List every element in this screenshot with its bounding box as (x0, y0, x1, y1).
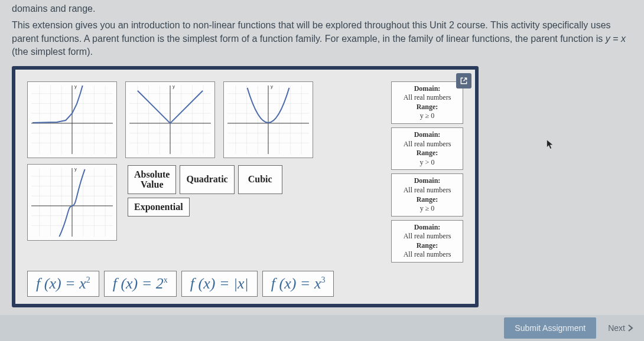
equation-tile-exp[interactable]: f (x) = 2x (104, 271, 177, 297)
next-label: Next (608, 323, 625, 333)
tile-absolute-value[interactable]: Absolute Value (128, 165, 176, 194)
dr1-domain-label: Domain: (393, 84, 461, 94)
svg-text:y: y (271, 83, 273, 88)
dr2-domain-label: Domain: (393, 130, 461, 140)
chevron-right-icon (627, 324, 633, 332)
dr3-domain-val: All real numbers (393, 186, 461, 195)
graph-absolute-value[interactable]: y (125, 81, 215, 158)
open-external-icon (460, 77, 468, 85)
dr3-domain-label: Domain: (393, 176, 461, 186)
partial-line: domains and range. (12, 2, 632, 19)
paragraph-equation: y = x (606, 34, 626, 44)
dr1-range-val: y ≥ 0 (393, 112, 461, 121)
dr3-range-val: y ≥ 0 (393, 204, 461, 214)
eq4-sup: 3 (321, 276, 325, 284)
expand-button[interactable] (456, 73, 471, 88)
dr2-range-label: Range: (393, 149, 461, 158)
next-button[interactable]: Next (608, 323, 633, 333)
dr3-range-label: Range: (393, 195, 461, 205)
dr4-range-val: All real numbers (393, 250, 461, 260)
graph-exponential[interactable]: y (27, 81, 117, 158)
dr4-range-label: Range: (393, 241, 461, 251)
domain-range-box-2[interactable]: Domain: All real numbers Range: y > 0 (391, 127, 463, 170)
tile-exponential[interactable]: Exponential (128, 198, 190, 217)
eq4-text: f (x) = x (271, 275, 321, 292)
footer-bar: Submit Assignment Next (0, 315, 644, 341)
tile-absolute-l1: Absolute (134, 169, 170, 180)
equation-tile-cubic[interactable]: f (x) = x3 (262, 271, 334, 297)
eq2-text: f (x) = 2 (113, 275, 164, 292)
domain-range-box-4[interactable]: Domain: All real numbers Range: All real… (391, 220, 463, 263)
eq1-sup: 2 (86, 276, 90, 284)
equation-tile-abs[interactable]: f (x) = |x| (181, 271, 258, 297)
eq1-text: f (x) = x (36, 275, 86, 292)
domain-range-box-3[interactable]: Domain: All real numbers Range: y ≥ 0 (391, 173, 463, 216)
tile-cubic[interactable]: Cubic (238, 165, 282, 194)
dr1-domain-val: All real numbers (393, 93, 461, 103)
dr4-domain-label: Domain: (393, 223, 461, 232)
eq2-sup: x (164, 276, 168, 284)
submit-assignment-button[interactable]: Submit Assignment (504, 317, 596, 339)
cursor-icon (546, 139, 555, 153)
dr2-range-val: y > 0 (393, 158, 461, 168)
graph-quadratic[interactable]: y (223, 81, 313, 158)
domain-range-box-1[interactable]: Domain: All real numbers Range: y ≥ 0 (391, 81, 463, 124)
svg-text:y: y (173, 83, 175, 88)
dr1-range-label: Range: (393, 103, 461, 112)
svg-text:y: y (74, 83, 77, 88)
paragraph-part1: This extension gives you an introduction… (12, 20, 611, 43)
paragraph-part2: (the simplest form). (12, 47, 93, 57)
intro-text: domains and range. This extension gives … (0, 0, 644, 64)
equation-tile-squared[interactable]: f (x) = x2 (27, 271, 99, 297)
svg-text:y: y (74, 166, 77, 171)
graph-cubic[interactable]: y (27, 164, 117, 241)
dr4-domain-val: All real numbers (393, 232, 461, 241)
tile-absolute-l2: Value (141, 179, 164, 190)
tile-quadratic[interactable]: Quadratic (180, 165, 234, 194)
dr2-domain-val: All real numbers (393, 140, 461, 149)
activity-panel: y y (12, 66, 479, 308)
